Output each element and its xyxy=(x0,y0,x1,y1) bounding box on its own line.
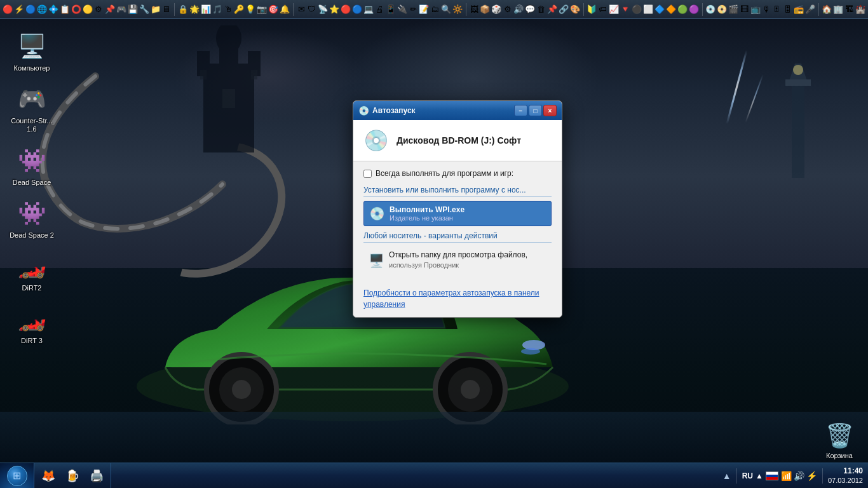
toolbar-icon-37[interactable]: ✏ xyxy=(409,3,418,17)
toolbar-icon-10[interactable]: 🎮 xyxy=(116,3,126,17)
toolbar-icon-56[interactable]: 📈 xyxy=(609,3,619,17)
toolbar-icon-21[interactable]: 🔑 xyxy=(234,3,244,17)
toolbar-icon-20[interactable]: 🖱 xyxy=(224,3,233,17)
toolbar-icon-41[interactable]: 🔆 xyxy=(452,3,463,17)
desktop-icon-dirt3[interactable]: 🏎️DiRT 3 xyxy=(6,301,57,348)
toolbar-icon-58[interactable]: ⚫ xyxy=(632,3,642,17)
desktop-icon-dead-space-2[interactable]: 👾Dead Space 2 xyxy=(6,196,57,242)
toolbar-icon-52[interactable]: 🎨 xyxy=(570,3,580,17)
toolbar-icon-76[interactable]: 🏠 xyxy=(822,3,832,17)
toolbar-icon-14[interactable]: 🖥 xyxy=(162,3,172,17)
toolbar-icon-9[interactable]: 📌 xyxy=(105,3,115,17)
toolbar-icon-23[interactable]: 📷 xyxy=(257,3,267,17)
toolbar-icon-4[interactable]: 💠 xyxy=(48,3,58,17)
toolbar-icon-40[interactable]: 🔍 xyxy=(441,3,451,17)
tray-language[interactable]: RU ▲ xyxy=(742,471,763,480)
toolbar-icon-33[interactable]: 💻 xyxy=(363,3,374,17)
toolbar-icon-28[interactable]: 🛡 xyxy=(308,3,317,17)
toolbar-icon-30[interactable]: ⭐ xyxy=(329,3,339,17)
toolbar-icon-0[interactable]: 🔴 xyxy=(3,3,13,17)
toolbar-icon-48[interactable]: 💬 xyxy=(525,3,535,17)
toolbar-icon-78[interactable]: 🏗 xyxy=(844,3,854,17)
toolbar-icon-13[interactable]: 📁 xyxy=(151,3,161,17)
toolbar-icon-67[interactable]: 🎬 xyxy=(728,3,738,17)
start-button[interactable] xyxy=(0,463,34,489)
toolbar-icon-68[interactable]: 🎞 xyxy=(740,3,749,17)
toolbar-icon-69[interactable]: 📺 xyxy=(750,3,761,17)
run-wpi-option[interactable]: 💿 Выполнить WPI.exe Издатель не указан xyxy=(363,201,552,226)
dialog-minimize-button[interactable]: − xyxy=(514,105,527,116)
dialog-maximize-button[interactable]: □ xyxy=(529,105,542,116)
toolbar-icon-19[interactable]: 🎵 xyxy=(212,3,222,17)
toolbar-icon-55[interactable]: 🏷 xyxy=(598,3,607,17)
toolbar-icon-49[interactable]: 🗑 xyxy=(536,3,546,17)
toolbar-icon-59[interactable]: ⬜ xyxy=(643,3,653,17)
toolbar-icon-60[interactable]: 🔷 xyxy=(654,3,665,17)
desktop-icon-counter-strike[interactable]: 🎮Counter-Str... 1.6 xyxy=(6,81,57,136)
toolbar-icon-65[interactable]: 💿 xyxy=(705,3,715,17)
desktop-icon-dead-space[interactable]: 👾Dead Space xyxy=(6,143,57,189)
toolbar-icon-3[interactable]: 🌐 xyxy=(37,3,47,17)
toolbar-icon-45[interactable]: 🎲 xyxy=(491,3,501,17)
toolbar-icon-79[interactable]: 🏰 xyxy=(855,3,865,17)
quicklaunch-app2[interactable]: 🍺 xyxy=(61,464,84,487)
desktop-icon-label-dead-space-2: Dead Space 2 xyxy=(9,231,55,240)
toolbar-icon-17[interactable]: 🌟 xyxy=(189,3,200,17)
toolbar-icon-74[interactable]: 🎤 xyxy=(805,3,815,17)
toolbar-icon-54[interactable]: 🔰 xyxy=(587,3,597,17)
toolbar-icon-18[interactable]: 📊 xyxy=(201,3,211,17)
toolbar-icon-2[interactable]: 🔵 xyxy=(25,3,36,17)
toolbar-icon-39[interactable]: 🗂 xyxy=(430,3,440,17)
toolbar-icon-24[interactable]: 🎯 xyxy=(268,3,278,17)
toolbar-icon-72[interactable]: 🎛 xyxy=(783,3,792,17)
tray-volume-icon[interactable]: 🔊 xyxy=(794,471,804,481)
toolbar-icon-12[interactable]: 🔧 xyxy=(139,3,149,17)
toolbar-icon-46[interactable]: ⚙ xyxy=(503,3,512,17)
toolbar-icon-43[interactable]: 🖼 xyxy=(470,3,479,17)
dialog-close-button[interactable]: × xyxy=(543,105,557,116)
quicklaunch-printer[interactable]: 🖨️ xyxy=(85,464,108,487)
toolbar-icon-16[interactable]: 🔒 xyxy=(178,3,188,17)
tray-power-icon[interactable]: ⚡ xyxy=(806,471,817,481)
toolbar-icon-11[interactable]: 💾 xyxy=(128,3,138,17)
desktop-icon-dirt2[interactable]: 🏎️DiRT2 xyxy=(6,248,57,295)
toolbar-icon-51[interactable]: 🔗 xyxy=(559,3,569,17)
toolbar-icon-22[interactable]: 💡 xyxy=(245,3,255,17)
toolbar-icon-47[interactable]: 🔊 xyxy=(513,3,524,17)
toolbar-icon-35[interactable]: 📱 xyxy=(386,3,396,17)
toolbar-icon-7[interactable]: 🟡 xyxy=(83,3,93,17)
toolbar-icon-63[interactable]: 🟣 xyxy=(689,3,699,17)
toolbar-icon-34[interactable]: 🖨 xyxy=(375,3,384,17)
toolbar-icon-70[interactable]: 🎙 xyxy=(762,3,771,17)
tray-flag[interactable] xyxy=(766,471,778,480)
toolbar-icon-6[interactable]: ⭕ xyxy=(71,3,81,17)
open-folder-option[interactable]: 🖥️ Открыть папку для просмотра файлов, и… xyxy=(363,247,552,274)
always-do-checkbox[interactable] xyxy=(363,170,372,178)
toolbar-icon-71[interactable]: 🎚 xyxy=(773,3,782,17)
toolbar-icon-57[interactable]: 🔻 xyxy=(620,3,630,17)
toolbar-icon-31[interactable]: 🔴 xyxy=(341,3,351,17)
toolbar-icon-50[interactable]: 📌 xyxy=(547,3,557,17)
toolbar-icon-62[interactable]: 🟢 xyxy=(677,3,688,17)
toolbar-icon-36[interactable]: 🔌 xyxy=(397,3,407,17)
toolbar-icon-1[interactable]: ⚡ xyxy=(14,3,24,17)
toolbar-icon-25[interactable]: 🔔 xyxy=(280,3,290,17)
recycle-bin[interactable]: 🗑️ Корзина xyxy=(817,423,862,459)
toolbar-icon-44[interactable]: 📦 xyxy=(480,3,490,17)
autorun-settings-link[interactable]: Подробности о параметрах автозапуска в п… xyxy=(363,288,539,309)
toolbar-icon-61[interactable]: 🔶 xyxy=(666,3,676,17)
toolbar-icon-8[interactable]: ⚙ xyxy=(94,3,104,17)
system-clock[interactable]: 11:40 07.03.2012 xyxy=(828,466,863,485)
toolbar-icon-66[interactable]: 📀 xyxy=(717,3,727,17)
desktop-icon-computer[interactable]: 🖥️Компьютер xyxy=(6,29,57,75)
toolbar-icon-38[interactable]: 📝 xyxy=(419,3,429,17)
toolbar-icon-27[interactable]: ✉ xyxy=(297,3,306,17)
tray-network-icon[interactable]: 📶 xyxy=(781,471,792,481)
toolbar-icon-29[interactable]: 📡 xyxy=(318,3,328,17)
toolbar-icon-5[interactable]: 📋 xyxy=(60,3,70,17)
toolbar-icon-32[interactable]: 🔵 xyxy=(352,3,362,17)
toolbar-icon-77[interactable]: 🏢 xyxy=(833,3,843,17)
tray-arrow-icon[interactable]: ▲ xyxy=(722,471,731,481)
quicklaunch-firefox[interactable]: 🦊 xyxy=(37,464,60,487)
toolbar-icon-73[interactable]: 📻 xyxy=(794,3,804,17)
